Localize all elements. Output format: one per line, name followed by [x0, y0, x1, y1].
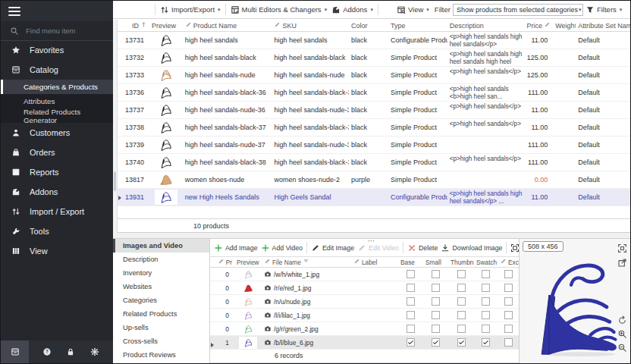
image-column-header-base[interactable]: Base: [398, 259, 423, 266]
sidebar-item-orders[interactable]: Orders: [1, 143, 113, 162]
column-header-description[interactable]: Description: [447, 22, 525, 30]
column-header-product-name[interactable]: Product Name: [183, 21, 272, 30]
download-image-button[interactable]: Download Image: [439, 242, 504, 254]
checkbox[interactable]: [482, 311, 490, 319]
table-row[interactable]: 13931 new High Heels SandalsHigh Geels S…: [118, 189, 630, 206]
table-row[interactable]: 13817 women shoes-nudewomen shoes-nude-2…: [118, 171, 630, 189]
checkbox[interactable]: [432, 284, 440, 292]
checkbox[interactable]: [407, 270, 415, 278]
tab-images-and-video[interactable]: Images and Video: [113, 239, 209, 253]
checkbox[interactable]: [504, 338, 513, 347]
table-row[interactable]: 13732 high heel sandals-blackhigh heel s…: [118, 49, 630, 67]
checkbox[interactable]: [407, 297, 415, 306]
column-header-id[interactable]: ID: [118, 21, 149, 30]
checkbox[interactable]: [482, 284, 490, 292]
tab-websites[interactable]: Websites: [113, 280, 209, 293]
checkbox[interactable]: [504, 311, 513, 319]
rotate-icon[interactable]: [617, 315, 627, 328]
checkbox[interactable]: [504, 297, 513, 306]
checkbox[interactable]: [504, 284, 513, 292]
image-column-header-pr[interactable]: Pr: [210, 258, 234, 266]
settings-icon[interactable]: [90, 347, 99, 356]
image-column-header-preview[interactable]: Preview: [234, 259, 262, 266]
checkbox[interactable]: [504, 270, 513, 278]
sidebar-item-catalog[interactable]: Catalog: [1, 60, 113, 80]
checkbox[interactable]: [482, 270, 490, 278]
checkbox-checked[interactable]: [457, 338, 466, 347]
zoom-in-icon[interactable]: [617, 328, 627, 342]
image-column-header-thumbna[interactable]: Thumbna: [448, 259, 474, 266]
sidebar-item-favorites[interactable]: Favorites: [1, 40, 113, 60]
horizontal-splitter[interactable]: ⋯: [113, 233, 630, 239]
add-video-button[interactable]: Add Video: [259, 242, 304, 254]
tab-description[interactable]: Description: [113, 253, 209, 266]
addons-menu[interactable]: Addons ▾: [329, 4, 375, 16]
image-row[interactable]: 0 /w/h/white_1.jpg: [210, 268, 519, 281]
sidebar-item-customers[interactable]: Customers: [1, 123, 113, 143]
column-header-weight[interactable]: Weight: [553, 22, 576, 30]
sidebar-search[interactable]: [1, 21, 113, 41]
checkbox[interactable]: [482, 297, 490, 306]
checkbox[interactable]: [457, 284, 466, 292]
checkbox[interactable]: [457, 297, 466, 306]
image-row[interactable]: 0 /g/r/green_2.jpg: [210, 322, 519, 336]
column-header-sku[interactable]: SKU: [272, 21, 349, 30]
sidebar-item-attributes[interactable]: Attributes: [1, 94, 113, 108]
delete-button[interactable]: Delete: [406, 242, 439, 254]
hamburger-menu-icon[interactable]: [8, 5, 20, 18]
import-export-menu[interactable]: Import/Export ▾: [158, 4, 223, 16]
table-row[interactable]: 13736 high heel sandals-black-36high hee…: [118, 84, 630, 102]
filter-select[interactable]: Show products from selected categories ▾: [453, 4, 583, 16]
help-icon[interactable]: ?: [42, 347, 52, 356]
sidebar-item-import-export[interactable]: Import / Export: [1, 202, 113, 221]
image-row[interactable]: 0 /n/u/nude.jpg: [210, 295, 519, 309]
fit-screen-icon[interactable]: [617, 243, 627, 256]
sidebar-item-tools[interactable]: Tools: [1, 221, 113, 241]
tab-categories[interactable]: Categories: [113, 293, 209, 307]
lock-icon[interactable]: [66, 347, 75, 356]
checkbox[interactable]: [432, 325, 440, 333]
column-header-color[interactable]: Color: [349, 22, 388, 30]
menu-search-input[interactable]: [24, 26, 103, 36]
open-external-icon[interactable]: [617, 257, 627, 271]
checkbox[interactable]: [457, 325, 466, 333]
checkbox[interactable]: [457, 311, 466, 319]
tab-cross-sells[interactable]: Cross-sells: [113, 334, 209, 348]
image-column-header-exclude[interactable]: Exclude: [498, 258, 519, 266]
column-header-price[interactable]: Price: [524, 21, 553, 30]
sidebar-item-view[interactable]: View: [1, 241, 113, 261]
table-row[interactable]: 13737 high heel sandals-nude-36high heel…: [118, 102, 630, 119]
tab-up-sells[interactable]: Up-sells: [113, 321, 209, 334]
table-row[interactable]: 13738 high heel sandals-black-37high hee…: [118, 119, 630, 136]
column-header-preview[interactable]: Preview: [149, 22, 183, 30]
checkbox[interactable]: [407, 325, 415, 333]
sidebar-item-categories-products[interactable]: Categories & Products: [1, 80, 113, 94]
paste-as-new-button[interactable]: [148, 8, 152, 11]
tab-related-products[interactable]: Related Products: [113, 307, 209, 321]
table-row[interactable]: 13740 high heel sandals-black-38high hee…: [118, 154, 630, 171]
checkbox[interactable]: [407, 284, 415, 292]
image-column-header-file-name[interactable]: File Name: [262, 258, 351, 266]
table-row[interactable]: 13731 high heel sandalshigh heel sandals…: [118, 32, 630, 49]
image-row[interactable]: 0 /r/e/red_1.jpg: [210, 281, 519, 295]
image-column-header-swatch[interactable]: Swatch: [474, 259, 498, 266]
checkbox-checked[interactable]: [482, 338, 490, 347]
sidebar-item-related-products-generator[interactable]: Related Products Generator: [1, 108, 113, 123]
image-column-header-small[interactable]: Small: [423, 259, 448, 266]
checkbox-checked[interactable]: [432, 338, 440, 347]
checkbox[interactable]: [457, 270, 466, 278]
checkbox[interactable]: [407, 311, 415, 319]
table-row[interactable]: 13733 high heel sandals-nudehigh heel sa…: [118, 67, 630, 84]
edit-image-button[interactable]: Edit Image: [309, 242, 356, 254]
tab-product-reviews[interactable]: Product Reviews: [113, 348, 209, 362]
store-button[interactable]: [1, 340, 29, 363]
multi-editors-menu[interactable]: Multi Editors & Changers ▾: [228, 4, 330, 16]
sidebar-item-reports[interactable]: Reports: [1, 162, 113, 182]
edit-video-button[interactable]: Edit Video: [356, 242, 400, 254]
checkbox[interactable]: [432, 270, 440, 278]
column-header-type[interactable]: Type: [388, 22, 447, 30]
view-menu[interactable]: View ▾: [394, 4, 432, 16]
tab-inventory[interactable]: Inventory: [113, 266, 209, 280]
sidebar-item-addons[interactable]: Addons: [1, 182, 113, 202]
filters-menu[interactable]: Filters ▾: [583, 4, 624, 16]
